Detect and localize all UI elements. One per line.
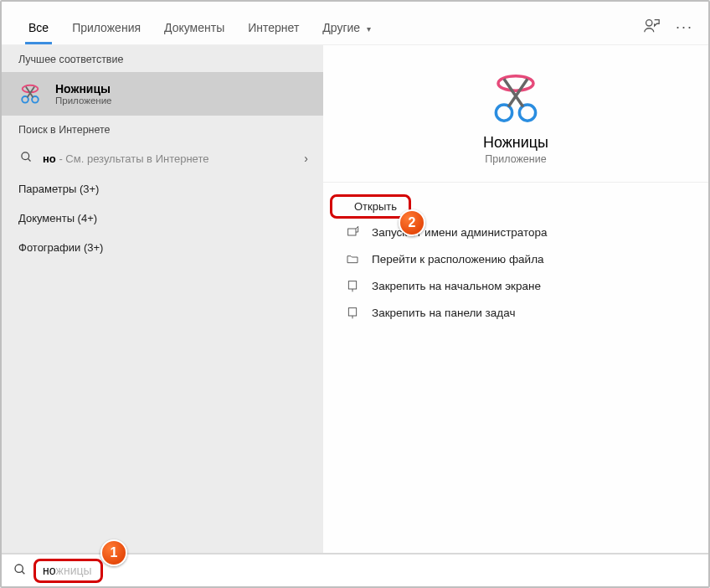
- category-documents[interactable]: Документы (4+): [2, 204, 323, 233]
- tab-more-label: Другие: [322, 21, 360, 34]
- action-run-admin[interactable]: Запуск от имени администратора: [330, 219, 702, 245]
- web-search-item[interactable]: но - См. результаты в Интернете ›: [2, 142, 323, 174]
- action-pin-taskbar[interactable]: Закрепить на панели задач: [330, 299, 702, 326]
- action-pin-start-label: Закрепить на начальном экране: [372, 280, 541, 292]
- svg-rect-15: [348, 281, 356, 289]
- results-panel: Лучшее соответствие Ножницы Приложение: [2, 45, 323, 554]
- action-pin-taskbar-label: Закрепить на панели задач: [372, 307, 515, 319]
- preview-subtitle: Приложение: [485, 153, 546, 165]
- feedback-icon[interactable]: [642, 17, 661, 38]
- scissors-icon: [15, 79, 45, 109]
- search-autocomplete-ghost: жницы: [56, 564, 92, 577]
- best-match-item[interactable]: Ножницы Приложение: [2, 72, 323, 116]
- web-search-header: Поиск в Интернете: [2, 116, 323, 142]
- svg-point-6: [22, 152, 29, 160]
- scissors-icon: [486, 69, 545, 127]
- action-open-label: Открыть: [354, 200, 397, 213]
- svg-line-12: [504, 79, 523, 106]
- chevron-right-icon: ›: [304, 152, 308, 165]
- pin-start-icon: [345, 278, 360, 293]
- search-window: Все Приложения Документы Интернет Другие…: [0, 0, 710, 588]
- action-list: Открыть Запуск от имени администратора П…: [323, 183, 708, 338]
- tab-all[interactable]: Все: [17, 13, 60, 44]
- action-open[interactable]: Открыть: [330, 194, 411, 219]
- best-match-title: Ножницы: [55, 82, 111, 95]
- category-settings[interactable]: Параметры (3+): [2, 174, 323, 204]
- filter-tabs: Все Приложения Документы Интернет Другие…: [2, 2, 708, 45]
- best-match-subtitle: Приложение: [55, 95, 111, 106]
- action-file-location[interactable]: Перейти к расположению файла: [330, 245, 702, 272]
- svg-line-7: [28, 158, 30, 161]
- category-photos[interactable]: Фотографии (3+): [2, 233, 323, 262]
- action-location-label: Перейти к расположению файла: [372, 253, 544, 266]
- svg-rect-14: [348, 229, 356, 235]
- svg-point-19: [15, 565, 23, 572]
- action-admin-label: Запуск от имени администратора: [372, 226, 548, 239]
- folder-icon: [345, 251, 360, 266]
- annotation-badge-1: 1: [100, 539, 127, 566]
- svg-point-0: [646, 20, 652, 26]
- annotation-badge-2: 2: [399, 209, 425, 236]
- shield-icon: [345, 224, 360, 240]
- more-options-icon[interactable]: ···: [676, 18, 693, 36]
- svg-line-11: [508, 79, 527, 106]
- preview-header: Ножницы Приложение: [323, 45, 708, 183]
- search-typed-text: но: [43, 564, 56, 577]
- chevron-down-icon: ▾: [367, 24, 371, 34]
- main-area: Лучшее соответствие Ножницы Приложение: [2, 45, 708, 554]
- svg-rect-17: [348, 308, 356, 316]
- pin-taskbar-icon: [345, 305, 360, 320]
- search-input[interactable]: ножницы: [33, 559, 103, 583]
- action-pin-start[interactable]: Закрепить на начальном экране: [330, 272, 702, 299]
- tab-documents[interactable]: Документы: [152, 13, 236, 44]
- tab-apps[interactable]: Приложения: [60, 13, 152, 44]
- web-query: но: [43, 152, 56, 165]
- search-icon: [20, 151, 33, 166]
- svg-line-20: [22, 571, 24, 574]
- preview-panel: Ножницы Приложение Открыть Зап: [323, 45, 708, 554]
- preview-title: Ножницы: [483, 134, 548, 152]
- search-icon: [13, 563, 27, 579]
- svg-point-8: [498, 76, 533, 91]
- svg-point-1: [23, 85, 39, 93]
- best-match-header: Лучшее соответствие: [2, 45, 323, 72]
- web-hint: - См. результаты в Интернете: [56, 152, 209, 165]
- tab-more[interactable]: Другие ▾: [311, 13, 383, 44]
- tab-web[interactable]: Интернет: [236, 13, 311, 44]
